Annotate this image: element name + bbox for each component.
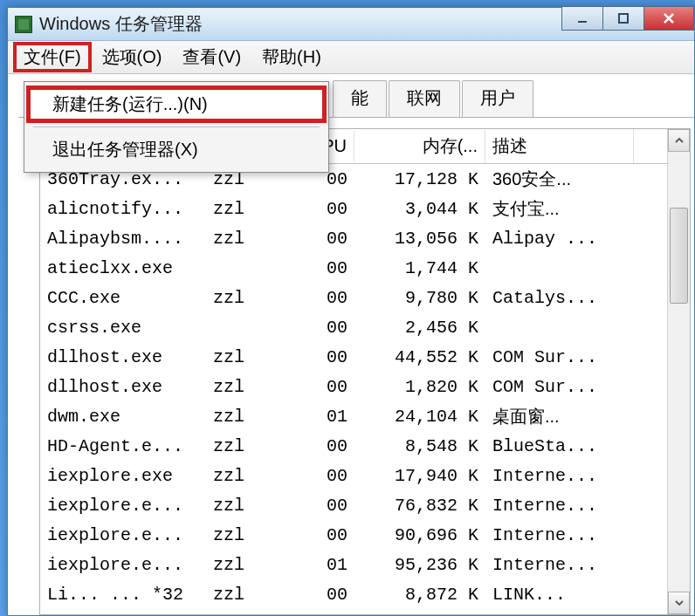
chevron-down-icon — [675, 599, 684, 607]
cell-cpu: 00 — [293, 197, 354, 221]
cell-desc: BlueSta... — [485, 435, 634, 458]
cell-desc: Interne... — [485, 494, 634, 517]
cell-mem: 13,056 K — [354, 227, 485, 250]
cell-name: CCC.exe — [40, 286, 206, 310]
table-inner: 映像名称 用户名 CPU 内存(... 描述 360Tray.ex...zzl0… — [40, 129, 667, 614]
menu-new-task[interactable]: 新建任务(运行...)(N) — [26, 86, 327, 123]
cell-mem: 17,128 K — [354, 168, 485, 191]
cell-user: zzl — [206, 494, 293, 517]
cell-desc — [485, 325, 634, 329]
table-row[interactable]: iexplore.e...zzl0090,696 KInterne... — [40, 520, 667, 550]
cell-user: zzl — [206, 553, 293, 577]
app-icon — [15, 16, 32, 33]
cell-user: zzl — [206, 197, 293, 221]
cell-user — [206, 325, 293, 329]
vertical-scrollbar[interactable] — [667, 129, 690, 614]
cell-cpu: 00 — [293, 435, 354, 458]
cell-user: zzl — [206, 346, 293, 369]
cell-desc: 360安全... — [485, 166, 634, 193]
tab-network[interactable]: 联网 — [389, 80, 460, 117]
menu-file[interactable]: 文件(F) — [13, 42, 92, 72]
svg-rect-0 — [578, 21, 587, 23]
cell-cpu: 00 — [293, 227, 354, 250]
cell-user: zzl — [206, 524, 293, 547]
menu-separator — [33, 127, 320, 127]
scroll-down-button[interactable] — [668, 592, 690, 614]
cell-desc: Alipay ... — [485, 227, 634, 250]
cell-name: HD-Agent.e... — [40, 435, 206, 458]
scroll-up-button[interactable] — [668, 129, 690, 152]
cell-cpu: 00 — [293, 316, 354, 339]
cell-mem: 3,044 K — [354, 197, 485, 221]
cell-mem: 1,820 K — [354, 375, 485, 399]
cell-cpu: 01 — [293, 405, 354, 428]
cell-cpu: 00 — [293, 524, 354, 547]
scroll-thumb[interactable] — [670, 208, 688, 304]
cell-user: zzl — [206, 464, 293, 488]
menu-help[interactable]: 帮助(H) — [251, 42, 332, 72]
titlebar[interactable]: Windows 任务管理器 — [8, 8, 694, 41]
tab-partial[interactable]: 能 — [333, 80, 387, 117]
cell-mem: 9,780 K — [354, 286, 485, 310]
cell-name: dllhost.exe — [40, 375, 206, 399]
minimize-button[interactable] — [561, 6, 603, 31]
col-description[interactable]: 描述 — [485, 129, 634, 163]
table-row[interactable]: iexplore.e...zzl0076,832 KInterne... — [40, 490, 667, 520]
process-table: 映像名称 用户名 CPU 内存(... 描述 360Tray.ex...zzl0… — [39, 128, 691, 615]
cell-name: iexplore.e... — [40, 553, 206, 577]
task-manager-window: Windows 任务管理器 文件(F) 选项(O) 查看(V) 帮助(H) 能 … — [7, 7, 695, 616]
cell-user: zzl — [206, 227, 293, 250]
cell-mem: 8,872 K — [354, 583, 485, 606]
table-row[interactable]: csrss.exe002,456 K — [40, 312, 667, 342]
cell-mem: 95,236 K — [354, 553, 485, 577]
cell-cpu: 00 — [293, 464, 354, 488]
table-row[interactable]: Li... ... *32zzl008,872 KLINK... — [40, 579, 667, 609]
maximize-icon — [617, 12, 630, 24]
cell-desc: 桌面窗... — [485, 403, 634, 430]
menu-view[interactable]: 查看(V) — [172, 42, 251, 72]
chevron-up-icon — [675, 136, 684, 145]
table-row[interactable]: alicnotify...zzl003,044 K支付宝... — [40, 194, 667, 223]
cell-user: zzl — [206, 375, 293, 399]
cell-name: iexplore.exe — [40, 464, 206, 488]
maximize-button[interactable] — [602, 6, 644, 31]
cell-user: zzl — [206, 435, 293, 458]
cell-cpu: 00 — [293, 583, 354, 606]
tab-users[interactable]: 用户 — [462, 80, 533, 117]
cell-mem: 17,940 K — [354, 464, 485, 488]
cell-user: zzl — [206, 583, 293, 606]
window-controls — [562, 6, 694, 32]
table-row[interactable]: Alipaybsm....zzl0013,056 KAlipay ... — [40, 223, 667, 253]
cell-cpu: 00 — [293, 494, 354, 517]
col-memory[interactable]: 内存(... — [354, 129, 485, 163]
cell-mem: 2,456 K — [354, 316, 485, 339]
close-button[interactable] — [643, 6, 694, 31]
menu-exit[interactable]: 退出任务管理器(X) — [26, 131, 327, 168]
table-row[interactable]: dllhost.exezzl0044,552 KCOM Sur... — [40, 342, 667, 372]
cell-name: csrss.exe — [40, 316, 206, 339]
menu-options[interactable]: 选项(O) — [92, 42, 173, 72]
table-row[interactable]: dllhost.exezzl001,820 KCOM Sur... — [40, 372, 667, 401]
cell-name: Alipaybsm.... — [40, 227, 206, 250]
table-row[interactable]: dwm.exezzl0124,104 K桌面窗... — [40, 401, 667, 431]
cell-desc: 支付宝... — [485, 195, 634, 222]
cell-name: iexplore.e... — [40, 524, 206, 547]
cell-desc: Interne... — [485, 524, 634, 547]
cell-cpu: 00 — [293, 375, 354, 399]
cell-user — [206, 266, 293, 270]
table-body: 360Tray.ex...zzl0017,128 K360安全...alicno… — [40, 164, 667, 609]
cell-mem: 8,548 K — [354, 435, 485, 458]
cell-mem: 90,696 K — [354, 524, 485, 547]
cell-desc: Interne... — [485, 464, 634, 488]
cell-cpu: 00 — [293, 286, 354, 310]
cell-desc: COM Sur... — [485, 375, 634, 399]
cell-desc — [485, 266, 634, 270]
table-row[interactable]: atieclxx.exe001,744 K — [40, 253, 667, 283]
table-row[interactable]: CCC.exezzl009,780 KCatalys... — [40, 283, 667, 312]
minimize-icon — [576, 12, 588, 24]
svg-rect-1 — [619, 14, 628, 23]
table-row[interactable]: HD-Agent.e...zzl008,548 KBlueSta... — [40, 431, 667, 461]
cell-cpu: 00 — [293, 257, 354, 280]
table-row[interactable]: iexplore.e...zzl0195,236 KInterne... — [40, 550, 667, 579]
table-row[interactable]: iexplore.exezzl0017,940 KInterne... — [40, 461, 667, 490]
